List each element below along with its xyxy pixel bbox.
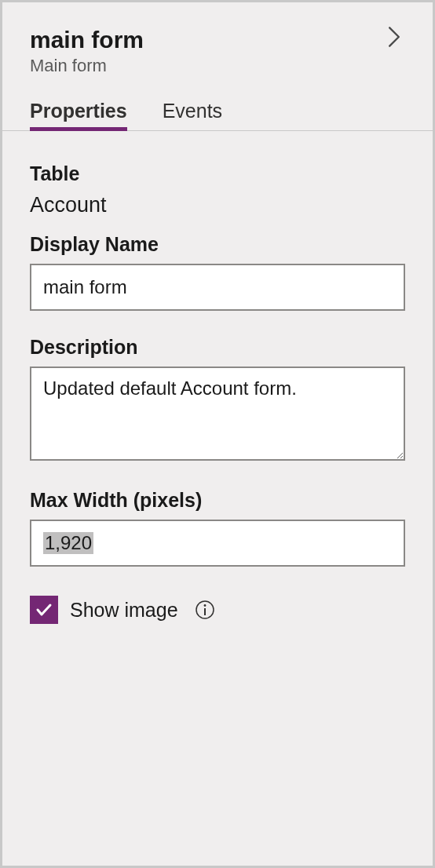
max-width-label: Max Width (pixels)	[30, 489, 405, 512]
tab-bar: Properties Events	[2, 76, 433, 131]
table-value: Account	[30, 193, 405, 217]
show-image-row: Show image	[30, 596, 405, 624]
svg-point-1	[203, 604, 206, 607]
show-image-checkbox[interactable]	[30, 596, 58, 624]
form-title: main form	[30, 26, 405, 54]
description-field-group: Description	[30, 336, 405, 464]
properties-panel: main form Main form Properties Events Ta…	[0, 0, 435, 868]
description-label: Description	[30, 336, 405, 359]
panel-header: main form Main form	[2, 2, 433, 76]
svg-rect-2	[204, 608, 206, 615]
table-label: Table	[30, 162, 405, 185]
show-image-label: Show image	[70, 599, 178, 622]
checkmark-icon	[35, 600, 53, 619]
max-width-value: 1,920	[43, 532, 93, 554]
panel-content: Table Account Display Name Description M…	[2, 131, 433, 651]
tab-events[interactable]: Events	[163, 100, 222, 130]
display-name-input[interactable]	[30, 264, 405, 311]
chevron-right-icon[interactable]	[383, 26, 405, 48]
max-width-field-group: Max Width (pixels) 1,920	[30, 489, 405, 567]
display-name-field-group: Display Name	[30, 233, 405, 311]
table-field-group: Table Account	[30, 162, 405, 217]
info-icon[interactable]	[194, 599, 216, 621]
max-width-input[interactable]: 1,920	[30, 520, 405, 567]
tab-properties[interactable]: Properties	[30, 100, 127, 130]
display-name-label: Display Name	[30, 233, 405, 256]
form-subtitle: Main form	[30, 56, 405, 76]
description-input[interactable]	[30, 367, 405, 461]
